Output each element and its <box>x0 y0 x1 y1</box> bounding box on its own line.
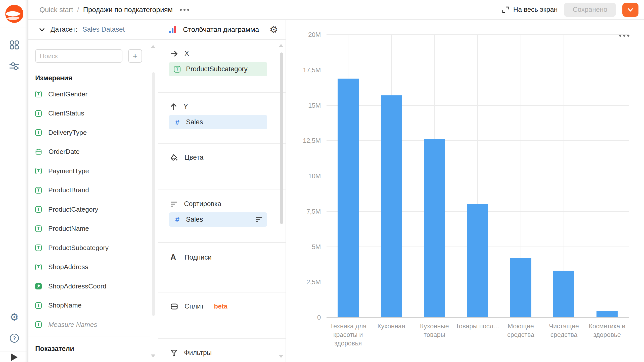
field-pill-label: Sales <box>186 118 203 126</box>
dimensions-title: Измерения <box>35 74 150 82</box>
rail-settings-gear-icon[interactable]: ⚙ <box>0 312 28 322</box>
scroll-down-icon[interactable] <box>151 354 155 357</box>
app-logo[interactable] <box>0 0 28 28</box>
bar[interactable] <box>596 311 618 317</box>
fullscreen-button[interactable]: На весь экран <box>502 6 558 14</box>
dimensions-list: TClientGenderTClientStatusTDeliveryTypeO… <box>35 85 150 334</box>
sort-descending-icon <box>170 201 177 207</box>
y-axis: 20M17,5M15M12,5M10M7,5M5M2,5M0 <box>286 20 321 362</box>
text-field-icon: T <box>35 206 42 213</box>
field-pill-label: ProductSubcategory <box>186 65 248 73</box>
x-category-label: Косметика и здоровье <box>585 322 629 339</box>
datalens-chart-editor: ⚙ ? Quick start / Продажи по подкатегори… <box>0 0 644 362</box>
geo-field-icon <box>35 283 42 289</box>
scrollbar[interactable] <box>152 72 155 316</box>
bar[interactable] <box>424 139 445 317</box>
search-input[interactable] <box>35 49 122 63</box>
breadcrumb-folder[interactable]: Quick start <box>39 6 73 14</box>
list-item[interactable]: TProductName <box>35 219 150 238</box>
y-tick-label: 5M <box>312 243 321 251</box>
field-pill-sort[interactable]: # Sales <box>169 212 267 227</box>
collapse-panel-icon[interactable] <box>0 353 28 361</box>
text-field-icon: T <box>35 245 42 251</box>
list-item[interactable]: TShopName <box>35 296 150 315</box>
chart-settings-gear-icon[interactable]: ⚙ <box>269 25 278 34</box>
x-axis-line <box>327 317 629 318</box>
field-name: PaymentType <box>48 167 89 175</box>
text-field-icon: T <box>35 187 42 194</box>
list-item[interactable]: TClientGender <box>35 85 150 104</box>
bar[interactable] <box>381 95 402 317</box>
number-field-icon: # <box>174 215 180 224</box>
plot-area <box>327 35 629 317</box>
arrow-right-icon <box>170 50 178 57</box>
shelf-colors-label: Цвета <box>185 154 203 161</box>
x-category-label: Кухонные товары <box>412 322 456 339</box>
field-pill-x[interactable]: T ProductSubcategory <box>169 62 267 76</box>
date-field-icon <box>35 148 42 155</box>
field-name: ShopAddressCoord <box>48 282 106 290</box>
beta-badge: beta <box>214 303 227 310</box>
scroll-up-icon[interactable] <box>279 44 283 47</box>
scrollbar[interactable] <box>280 52 283 224</box>
field-name: ShopName <box>48 301 82 309</box>
list-item[interactable]: TShopAddress <box>35 258 150 277</box>
dataset-label: Датасет: <box>51 26 77 33</box>
dataset-header[interactable]: Датасет: Sales Dataset <box>28 20 158 40</box>
measures-list: #OrderCount <box>35 355 150 362</box>
list-item[interactable]: ShopAddressCoord <box>35 277 150 296</box>
field-pill-y[interactable]: # Sales <box>169 115 267 129</box>
sort-order-icon[interactable] <box>256 217 262 222</box>
text-field-icon: T <box>35 168 42 174</box>
shelf-x-label: X <box>185 50 189 57</box>
settings-sliders-icon[interactable] <box>9 62 19 70</box>
section-divider <box>28 336 150 336</box>
y-tick-label: 0 <box>317 314 321 321</box>
save-dropdown-button[interactable] <box>622 3 638 17</box>
dataset-name-link[interactable]: Sales Dataset <box>82 26 125 33</box>
scroll-up-icon[interactable] <box>151 45 155 48</box>
split-icon <box>170 303 178 310</box>
bar[interactable] <box>510 258 531 317</box>
list-item[interactable]: TProductCategory <box>35 200 150 219</box>
field-name: ClientGender <box>48 90 87 98</box>
page-title: Продажи по подкатегориям <box>83 6 173 14</box>
chart-type-selector[interactable]: Столбчатая диаграмма <box>183 26 264 34</box>
list-item[interactable]: TClientStatus <box>35 104 150 123</box>
top-header: Quick start / Продажи по подкатегориям Н… <box>28 0 644 20</box>
fullscreen-label: На весь экран <box>513 6 558 14</box>
y-tick-label: 17,5M <box>303 66 321 74</box>
help-icon[interactable]: ? <box>0 333 28 343</box>
chart-preview-panel: 20M17,5M15M12,5M10M7,5M5M2,5M0 Техника д… <box>286 20 644 362</box>
field-name: ProductSubcategory <box>48 244 109 252</box>
text-field-icon: T <box>35 321 42 328</box>
list-item[interactable]: #OrderCount <box>35 355 150 362</box>
list-item[interactable]: TMeasure Names <box>35 315 150 334</box>
text-field-icon: T <box>35 129 42 136</box>
chevron-down-icon <box>627 6 634 13</box>
shelf-filters: Фильтры <box>158 339 286 362</box>
add-field-button[interactable]: + <box>128 49 142 63</box>
title-more-menu-icon[interactable] <box>180 9 189 11</box>
datalens-logo-icon <box>5 5 24 23</box>
bar[interactable] <box>467 204 488 317</box>
chevron-down-icon <box>38 26 45 33</box>
text-field-icon: T <box>35 225 42 232</box>
y-tick-label: 12,5M <box>303 137 321 145</box>
shelf-split: Сплит beta <box>158 292 286 339</box>
list-item[interactable]: TProductBrand <box>35 181 150 200</box>
list-item[interactable]: TProductSubcategory <box>35 238 150 258</box>
x-category-label: Кухонная <box>369 322 413 330</box>
shelf-labels-label: Подписи <box>185 254 212 261</box>
list-item[interactable]: OrderDate <box>35 142 150 162</box>
bar[interactable] <box>338 79 359 317</box>
expand-icon <box>502 6 509 14</box>
shelf-labels: A Подписи <box>158 243 286 292</box>
bar[interactable] <box>553 271 574 317</box>
svg-text:?: ? <box>13 335 16 341</box>
list-item[interactable]: TPaymentType <box>35 161 150 181</box>
scroll-down-icon[interactable] <box>279 355 283 358</box>
services-grid-icon[interactable] <box>10 40 19 50</box>
list-item[interactable]: TDeliveryType <box>35 123 150 142</box>
saved-button[interactable]: Сохранено <box>564 3 616 17</box>
